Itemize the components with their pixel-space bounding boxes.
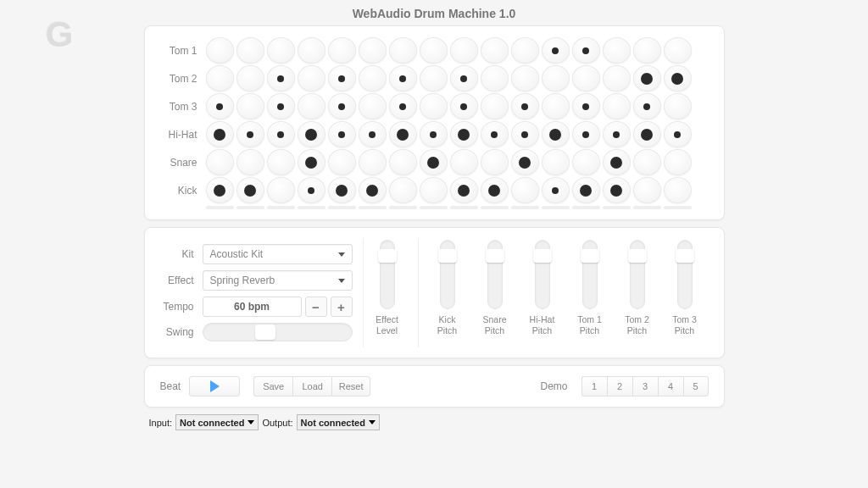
step-pad[interactable] (664, 149, 692, 175)
step-pad[interactable] (481, 149, 509, 175)
step-pad[interactable] (389, 177, 417, 203)
step-pad[interactable] (359, 37, 387, 64)
step-pad[interactable] (236, 177, 264, 203)
step-pad[interactable] (603, 177, 631, 203)
slider-thumb[interactable] (486, 249, 504, 263)
step-pad[interactable] (328, 37, 356, 64)
vertical-slider[interactable] (630, 240, 645, 309)
slider-thumb[interactable] (628, 249, 647, 263)
step-pad[interactable] (206, 177, 234, 203)
step-pad[interactable] (664, 177, 692, 203)
step-pad[interactable] (511, 93, 539, 119)
step-pad[interactable] (298, 37, 326, 64)
step-pad[interactable] (664, 121, 692, 147)
step-pad[interactable] (267, 149, 295, 175)
step-pad[interactable] (267, 177, 295, 203)
effect-select[interactable]: Spring Reverb (203, 270, 353, 291)
step-pad[interactable] (359, 149, 387, 175)
step-pad[interactable] (481, 121, 509, 147)
step-pad[interactable] (298, 177, 326, 203)
step-pad[interactable] (389, 149, 417, 175)
step-pad[interactable] (542, 37, 570, 64)
step-pad[interactable] (236, 93, 264, 119)
step-pad[interactable] (328, 177, 356, 203)
step-pad[interactable] (633, 121, 661, 147)
midi-output-select[interactable]: Not connected (297, 414, 380, 430)
step-pad[interactable] (420, 149, 448, 175)
step-pad[interactable] (420, 121, 448, 147)
step-pad[interactable] (603, 93, 631, 119)
step-pad[interactable] (603, 65, 631, 92)
tempo-increase-button[interactable]: + (331, 297, 353, 317)
step-pad[interactable] (572, 37, 600, 64)
step-pad[interactable] (664, 65, 692, 92)
step-pad[interactable] (511, 149, 539, 175)
step-pad[interactable] (359, 93, 387, 119)
load-button[interactable]: Load (292, 376, 331, 396)
vertical-slider[interactable] (582, 240, 598, 309)
step-pad[interactable] (633, 149, 661, 175)
slider-thumb[interactable] (378, 249, 397, 263)
vertical-slider[interactable] (677, 240, 693, 309)
step-pad[interactable] (328, 65, 356, 92)
step-pad[interactable] (542, 177, 570, 203)
step-pad[interactable] (206, 121, 234, 147)
step-pad[interactable] (236, 121, 264, 147)
step-pad[interactable] (267, 93, 295, 119)
step-pad[interactable] (298, 93, 326, 119)
demo-button[interactable]: 2 (607, 376, 632, 396)
save-button[interactable]: Save (253, 376, 292, 396)
step-pad[interactable] (511, 37, 539, 64)
vertical-slider[interactable] (535, 240, 550, 309)
step-pad[interactable] (206, 93, 234, 119)
demo-button[interactable]: 1 (581, 376, 607, 396)
swing-slider[interactable] (203, 323, 353, 341)
step-pad[interactable] (420, 177, 448, 203)
step-pad[interactable] (603, 121, 631, 147)
step-pad[interactable] (328, 149, 356, 175)
step-pad[interactable] (389, 93, 417, 119)
step-pad[interactable] (572, 93, 600, 119)
step-pad[interactable] (389, 65, 417, 92)
demo-button[interactable]: 4 (658, 376, 683, 396)
step-pad[interactable] (236, 65, 264, 92)
step-pad[interactable] (236, 37, 264, 64)
step-pad[interactable] (206, 149, 234, 175)
step-pad[interactable] (267, 65, 295, 92)
step-pad[interactable] (481, 37, 509, 64)
step-pad[interactable] (328, 121, 356, 147)
kit-select[interactable]: Acoustic Kit (203, 244, 353, 264)
step-pad[interactable] (542, 65, 570, 92)
step-pad[interactable] (298, 65, 326, 92)
step-pad[interactable] (511, 65, 539, 92)
slider-thumb[interactable] (676, 249, 694, 263)
step-pad[interactable] (450, 65, 478, 92)
step-pad[interactable] (206, 37, 234, 64)
step-pad[interactable] (328, 93, 356, 119)
step-pad[interactable] (298, 121, 326, 147)
step-pad[interactable] (572, 177, 600, 203)
slider-thumb[interactable] (438, 249, 457, 263)
step-pad[interactable] (603, 37, 631, 64)
vertical-slider[interactable] (487, 240, 503, 309)
step-pad[interactable] (603, 149, 631, 175)
step-pad[interactable] (236, 149, 264, 175)
step-pad[interactable] (450, 121, 478, 147)
step-pad[interactable] (511, 177, 539, 203)
step-pad[interactable] (572, 65, 600, 92)
step-pad[interactable] (664, 37, 692, 64)
step-pad[interactable] (450, 177, 478, 203)
step-pad[interactable] (572, 121, 600, 147)
step-pad[interactable] (572, 149, 600, 175)
vertical-slider[interactable] (440, 240, 455, 309)
midi-input-select[interactable]: Not connected (175, 414, 259, 430)
demo-button[interactable]: 5 (683, 376, 709, 396)
step-pad[interactable] (359, 177, 387, 203)
step-pad[interactable] (511, 121, 539, 147)
step-pad[interactable] (542, 93, 570, 119)
step-pad[interactable] (664, 93, 692, 119)
step-pad[interactable] (481, 93, 509, 119)
step-pad[interactable] (389, 37, 417, 64)
step-pad[interactable] (450, 93, 478, 119)
step-pad[interactable] (359, 121, 387, 147)
